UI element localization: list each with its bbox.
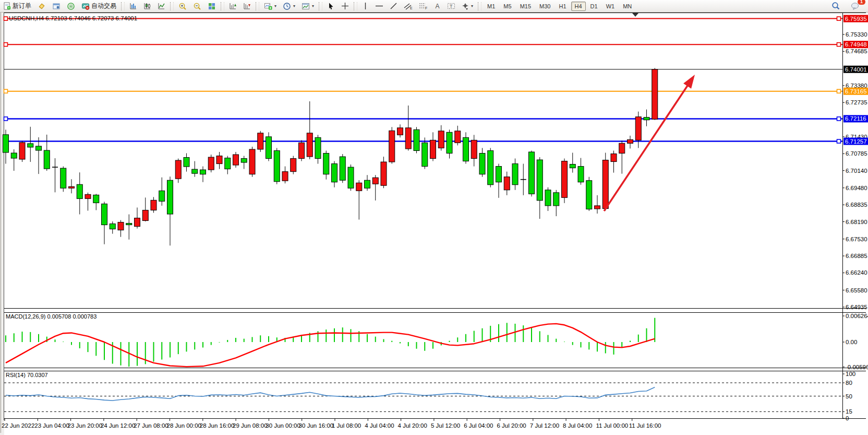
tile-windows-button[interactable] [205,1,219,11]
price-axis-label: 6.66240 [846,269,867,276]
time-axis-label: 1 Jul 08:00 [332,422,361,429]
search-icon [831,2,840,10]
zoom-out-button[interactable] [190,1,204,11]
text-label-tool-button[interactable]: T [444,1,458,11]
notifications-button[interactable]: 1 [848,1,862,11]
hline-6.74948[interactable] [4,43,843,46]
hline-handle[interactable] [4,117,8,121]
text-tool-button[interactable]: A [431,1,443,11]
equidistant-channel-tool-button[interactable]: E [401,1,415,11]
timeframe-button-D1[interactable]: D1 [587,2,601,11]
toolbar-grip [121,2,125,10]
auto-trading-button[interactable]: 自动交易 [79,1,119,11]
candle [110,221,115,234]
hline-handle[interactable] [4,17,8,20]
vertical-line-tool-button[interactable] [359,1,371,11]
main-toolbar: 新订单 自动交易 [0,0,868,13]
fibonacci-tool-button[interactable]: F [416,1,430,11]
chart-shift-marker[interactable] [632,13,638,17]
time-axis-label: 30 Jun 00:00 [266,422,300,429]
arrows-tool-button[interactable]: ▾ [459,1,476,11]
macd-axis-label: 0.006264 [846,313,868,319]
chart-canvas[interactable]: USDCNH,H4 6.72103 6.74046 6.72073 6.7400… [0,13,868,435]
horizontal-line-tool-button[interactable] [372,1,386,11]
new-order-label: 新订单 [13,2,31,10]
toolbar-grip [354,2,357,10]
equidistant-channel-icon: E [404,2,413,10]
timeframe-button-M15[interactable]: M15 [516,2,535,11]
candle [553,190,559,216]
period-decrease-button[interactable] [240,1,254,11]
add-indicator-button[interactable]: ▾ [261,1,279,11]
hline-handle[interactable] [837,89,841,93]
hline-handle[interactable] [837,117,841,121]
candle [562,159,568,203]
candles [3,68,658,245]
hline-handle[interactable] [4,43,8,46]
timeframe-button-H4[interactable]: H4 [571,2,586,11]
fibonacci-icon: F [419,2,428,10]
candle [545,187,551,211]
svg-text:6.74001: 6.74001 [845,66,867,73]
candle [397,124,403,137]
candle [315,135,321,163]
svg-text:6.72116: 6.72116 [845,115,866,122]
hline-6.72116[interactable] [4,117,843,121]
rsi-axis-label: 50 [846,393,852,399]
timeframe-button-H1[interactable]: H1 [555,2,570,11]
candle [414,127,419,153]
time-axis-label: 11 Jul 00:00 [596,422,628,429]
template-chart-icon [302,2,310,10]
text-label-icon: T [447,2,455,10]
search-button[interactable] [829,1,843,11]
hline-handle[interactable] [837,17,841,20]
timeframe-button-M30[interactable]: M30 [536,2,554,11]
crosshair-tool-button[interactable] [339,1,352,11]
hline-handle[interactable] [837,139,841,143]
macd-label: MACD(12,26,9) 0.005708 0.000783 [6,313,97,320]
timeframe-button-M1[interactable]: M1 [484,2,499,11]
svg-text:6.73165: 6.73165 [845,88,867,95]
signals-button[interactable] [64,1,78,11]
templates-button[interactable]: ▾ [299,1,317,11]
timeframe-toolbar: M1M5M15M30H1H4D1W1MN [483,0,636,12]
periods-menu-button[interactable]: ▾ [280,1,298,11]
candle [102,202,107,244]
cursor-tool-button[interactable] [324,1,337,11]
candle [611,150,617,172]
market-watch-button[interactable] [35,1,49,11]
new-order-icon [3,2,11,10]
candle [570,152,575,172]
zoom-in-button[interactable] [176,1,189,11]
hline-handle[interactable] [4,89,8,93]
candlestick-chart-button[interactable] [141,1,154,11]
timeframe-button-MN[interactable]: MN [619,2,635,11]
candle [537,157,542,219]
candle [365,175,370,191]
time-axis-label: 4 Jul 20:00 [398,422,427,429]
candle [159,178,165,206]
trendline-tool-button[interactable] [387,1,400,11]
period-increase-button[interactable] [226,1,239,11]
cursor-icon [327,2,335,10]
terminal-window-button[interactable] [50,1,63,11]
candle [488,148,493,187]
candle [348,164,354,191]
new-order-button[interactable]: 新订单 [1,1,34,11]
timeframe-button-M5[interactable]: M5 [500,2,515,11]
candle [389,127,395,163]
rsi-panel: RSI(14) 70.0307 [4,372,842,412]
vertical-line-icon [362,2,369,10]
line-chart-button[interactable] [155,1,168,11]
svg-text:6.74948: 6.74948 [845,41,867,48]
text-tool-icon: A [434,2,441,10]
bar-chart-button[interactable] [127,1,140,11]
hline-handle[interactable] [837,43,841,46]
price-axis-label: 6.70785 [846,150,867,157]
hline-6.73165[interactable] [4,89,843,93]
toolbar-grip [221,2,224,10]
timeframe-button-W1[interactable]: W1 [602,2,619,11]
time-axis-label: 27 Jun 08:00 [134,422,168,429]
svg-text:6.71257: 6.71257 [845,138,867,145]
price-tag-6.74948: 6.74948 [843,41,868,48]
